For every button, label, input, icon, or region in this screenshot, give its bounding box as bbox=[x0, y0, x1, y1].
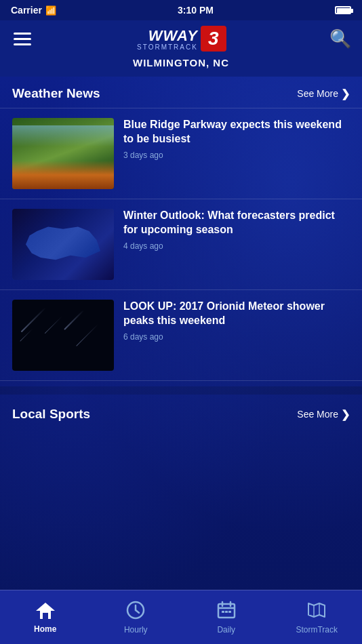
location-label: WILMINGTON, NC bbox=[133, 57, 229, 68]
weather-news-see-more[interactable]: See More ❯ bbox=[297, 87, 350, 100]
svg-rect-1 bbox=[43, 613, 48, 619]
svg-marker-12 bbox=[308, 603, 325, 617]
bottom-nav: Home Hourly Daily bbox=[0, 590, 362, 644]
menu-button[interactable] bbox=[11, 30, 34, 48]
chevron-right-icon: ❯ bbox=[341, 408, 350, 421]
local-sports-header: Local Sports See More ❯ bbox=[0, 397, 362, 428]
status-bar-right bbox=[335, 6, 351, 14]
nav-item-daily[interactable]: Daily bbox=[181, 595, 272, 640]
weather-news-header: Weather News See More ❯ bbox=[0, 77, 362, 108]
logo: WWAY STORMTRACK 3 bbox=[137, 26, 226, 52]
battery-icon bbox=[335, 6, 351, 14]
see-more-label: See More bbox=[297, 409, 338, 420]
logo-text: WWAY bbox=[148, 27, 198, 45]
section-divider bbox=[0, 386, 362, 395]
news-content: Blue Ridge Parkway expects this weekend … bbox=[123, 118, 350, 160]
svg-rect-9 bbox=[222, 611, 224, 613]
nav-item-stormtrack[interactable]: StormTrack bbox=[272, 595, 363, 640]
home-icon bbox=[36, 601, 55, 622]
news-item[interactable]: Winter Outlook: What forecasters predict… bbox=[0, 199, 362, 290]
chevron-right-icon: ❯ bbox=[341, 87, 350, 100]
news-item[interactable]: Blue Ridge Parkway expects this weekend … bbox=[0, 108, 362, 199]
nav-item-home[interactable]: Home bbox=[0, 596, 91, 639]
svg-rect-11 bbox=[228, 611, 231, 613]
see-more-label: See More bbox=[297, 88, 338, 99]
local-sports-see-more[interactable]: See More ❯ bbox=[297, 408, 350, 421]
news-content: Winter Outlook: What forecasters predict… bbox=[123, 209, 350, 251]
nav-label-home: Home bbox=[34, 624, 56, 634]
calendar-icon bbox=[217, 601, 236, 622]
us-map-graphic bbox=[26, 222, 100, 266]
svg-line-4 bbox=[136, 610, 139, 613]
status-bar-left: Carrier 📶 bbox=[11, 5, 56, 16]
news-time: 3 days ago bbox=[123, 150, 350, 160]
svg-rect-10 bbox=[225, 611, 228, 613]
map-icon bbox=[307, 601, 326, 622]
news-thumbnail bbox=[12, 118, 114, 189]
nav-label-daily: Daily bbox=[217, 625, 235, 635]
wifi-icon: 📶 bbox=[45, 5, 56, 16]
news-item[interactable]: LOOK UP: 2017 Orionid Meteor shower peak… bbox=[0, 290, 362, 381]
nav-label-stormtrack: StormTrack bbox=[296, 625, 338, 635]
news-time: 4 days ago bbox=[123, 241, 350, 251]
news-thumbnail bbox=[12, 300, 114, 371]
news-title: Winter Outlook: What forecasters predict… bbox=[123, 209, 350, 237]
status-bar: Carrier 📶 3:10 PM bbox=[0, 0, 362, 20]
local-sports-title: Local Sports bbox=[12, 407, 90, 422]
news-title: LOOK UP: 2017 Orionid Meteor shower peak… bbox=[123, 300, 350, 328]
news-title: Blue Ridge Parkway expects this weekend … bbox=[123, 118, 350, 146]
nav-item-hourly[interactable]: Hourly bbox=[91, 595, 182, 640]
nav-label-hourly: Hourly bbox=[124, 625, 148, 635]
header: WWAY STORMTRACK 3 🔍 WILMINGTON, NC bbox=[0, 20, 362, 77]
news-thumbnail bbox=[12, 209, 114, 280]
news-time: 6 days ago bbox=[123, 332, 350, 342]
logo-sub: STORMTRACK bbox=[137, 43, 198, 51]
news-content: LOOK UP: 2017 Orionid Meteor shower peak… bbox=[123, 300, 350, 342]
main-content: Weather News See More ❯ Blue Ridge Parkw… bbox=[0, 77, 362, 599]
header-top: WWAY STORMTRACK 3 🔍 bbox=[11, 26, 351, 52]
weather-news-list: Blue Ridge Parkway expects this weekend … bbox=[0, 108, 362, 381]
time-label: 3:10 PM bbox=[178, 5, 214, 16]
carrier-label: Carrier bbox=[11, 5, 42, 16]
weather-news-title: Weather News bbox=[12, 86, 100, 101]
logo-badge: 3 bbox=[201, 26, 226, 52]
search-button[interactable]: 🔍 bbox=[329, 28, 351, 49]
clock-icon bbox=[126, 601, 145, 622]
